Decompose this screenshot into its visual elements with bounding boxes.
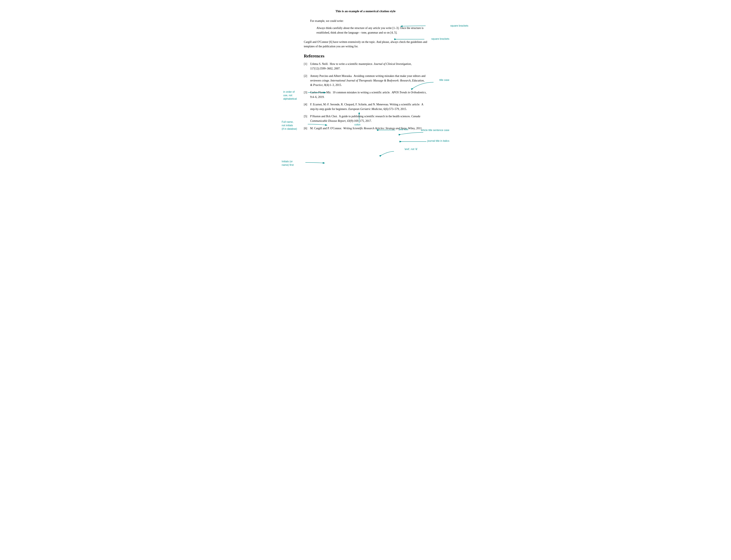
ref-number-3: [3] (304, 90, 310, 99)
journal-italics-annotation: journal title in italics (427, 139, 449, 143)
reference-list: [1] Ushma S. Neill. How to write a scien… (304, 62, 427, 131)
ref-number-2: [2] (304, 74, 310, 87)
table-row: [5] P Huston and Bck Choi. A guide to pu… (304, 114, 427, 123)
ref-number-1: [1] (304, 62, 310, 71)
ref-content-1: Ushma S. Neill. How to write a scientifi… (310, 62, 427, 71)
ref-content-4: F. Ecarnot, M.-F. Seronde, R. Chopard, F… (310, 102, 427, 111)
table-row: [1] Ushma S. Neill. How to write a scien… (304, 62, 427, 71)
square-brackets-annotation: square brackets (450, 24, 468, 28)
table-row: [4] F. Ecarnot, M.-F. Seronde, R. Chopar… (304, 102, 427, 111)
ref-content-2: Antony Porcino and Albert Moraska. Avoid… (310, 74, 427, 87)
ref-number-5: [5] (304, 114, 310, 123)
table-row: [6] M. Cargill and P. O'Connor. Writing … (304, 126, 427, 131)
ref-number-6: [6] (304, 126, 310, 131)
example-text: Always think carefully about the structu… (317, 26, 423, 34)
table-row: [2] Antony Porcino and Albert Moraska. A… (304, 74, 427, 87)
example-block: Always think carefully about the structu… (317, 26, 427, 35)
intro-text: For example, we could write: (310, 19, 427, 23)
table-row: [3] Carlos Flores-Mir. 10 common mistake… (304, 90, 427, 99)
paragraph: Cargill and O'Connor [6] have written ex… (304, 40, 427, 49)
ref-content-3: Carlos Flores-Mir. 10 common mistakes in… (310, 90, 427, 99)
page-title: This is an example of a numerical citati… (304, 9, 427, 13)
ref-number-4: [4] (304, 102, 310, 111)
references-section: References [1] Ushma S. Neill. How to wr… (304, 53, 427, 131)
ref-content-5: P Huston and Bck Choi. A guide to publis… (310, 114, 427, 123)
title-case-annotation: title case (439, 78, 449, 82)
references-heading: References (304, 53, 427, 59)
ref-content-6: M. Cargill and P. O'Connor. Writing Scie… (310, 126, 427, 131)
and-not-ampersand-annotation: 'and', not '&' (404, 147, 418, 151)
initials-first-annotation: Initials (or name) first (282, 160, 294, 167)
